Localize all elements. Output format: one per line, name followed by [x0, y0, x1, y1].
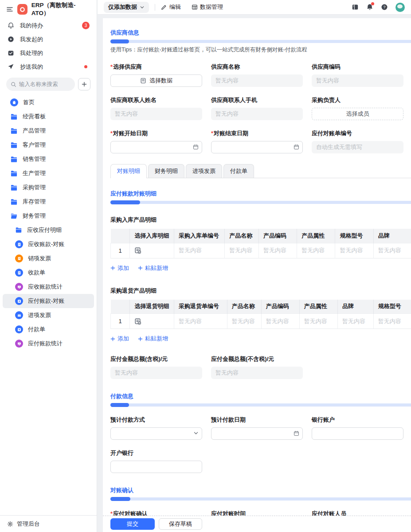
end-date-input[interactable] [211, 141, 303, 153]
field-label: 预计付款日期 [211, 416, 303, 424]
sidebar-item-inventory-mgmt[interactable]: 库存管理 [3, 195, 94, 209]
sidebar-item-receipt-order[interactable]: 收款单 [3, 266, 94, 280]
tab-reconcile-detail[interactable]: 对账明细 [110, 164, 147, 178]
sidebar-item-finance-mgmt[interactable]: 财务管理 [3, 209, 94, 223]
submit-button[interactable]: 提交 [110, 518, 155, 530]
user-avatar[interactable] [395, 3, 405, 12]
admin-console-link[interactable]: 管理后台 [0, 515, 97, 532]
sidebar-search[interactable] [6, 78, 75, 91]
folder-icon [10, 127, 18, 135]
sidebar-item-purchase-mgmt[interactable]: 采购管理 [3, 180, 94, 195]
start-date-input[interactable] [110, 141, 202, 153]
amount-tax-included-field: 暂无内容 [110, 367, 202, 379]
menu-icon[interactable] [6, 6, 13, 13]
sidebar-item-ar-reconcile[interactable]: 应收账款-对账 [3, 237, 94, 251]
table-header-row: 选择退货明细 采购退货单编号 产品名称 产品编码 产品属性 品牌 规格型号 [111, 300, 411, 314]
sidebar-item-handled-by-me[interactable]: 我处理的 [0, 46, 97, 60]
payment-method-select[interactable] [110, 427, 202, 440]
folder-icon [10, 141, 18, 149]
form-card: 供应商信息 使用Tips：应付账款-对账通过标签页，可以一站式完成所有财务侧对账… [103, 18, 411, 516]
sidebar-item-sales-mgmt[interactable]: 销售管理 [3, 152, 94, 166]
home-icon [10, 98, 18, 106]
bank-name-input[interactable] [110, 461, 202, 473]
add-row-button[interactable]: 添加 [110, 264, 129, 272]
bank-account-input[interactable] [312, 427, 403, 440]
field-label: *应付对账确认 [110, 510, 202, 516]
sidebar-item-ar-stats[interactable]: 应收账款统计 [3, 280, 94, 294]
sidebar-item-my-todo[interactable]: 我的待办 3 [0, 19, 97, 32]
sidebar-item-label: 抄送我的 [20, 63, 43, 71]
sidebar-item-cc-to-me[interactable]: 抄送我的 [0, 60, 97, 74]
select-return-record-icon[interactable] [134, 318, 169, 325]
field-label: 预计付款方式 [110, 416, 202, 424]
contact-phone-field: 暂无内容 [211, 108, 303, 120]
select-member-button[interactable]: 选择成员 [312, 108, 403, 120]
section-progress [110, 403, 411, 407]
sidebar-item-home[interactable]: 首页 [3, 95, 94, 110]
chevron-down-icon [140, 5, 145, 10]
plus-icon [110, 266, 115, 270]
field-label: 供应商联系人手机 [211, 96, 303, 104]
save-draft-button[interactable]: 保存草稿 [159, 518, 202, 530]
sidebar-item-business-board[interactable]: 经营看板 [3, 110, 94, 124]
sidebar-item-ap-reconcile[interactable]: 应付账款-对账 [3, 294, 94, 308]
collapse-sidebar-icon[interactable] [352, 4, 359, 11]
svg-text:?: ? [383, 5, 385, 9]
calendar-icon [294, 144, 299, 150]
sidebar-item-output-invoice[interactable]: 销项发票 [3, 251, 94, 266]
paste-add-button[interactable]: 粘贴新增 [138, 335, 168, 343]
payment-date-input[interactable] [211, 427, 303, 440]
plus-icon [138, 336, 143, 341]
sidebar-item-ar-ap-detail[interactable]: 应收应付明细 [3, 223, 94, 237]
sidebar-item-customer-mgmt[interactable]: 客户管理 [3, 138, 94, 152]
folder-icon [10, 113, 18, 121]
document-icon [15, 269, 23, 277]
field-label: *对账开始日期 [110, 129, 202, 137]
form-footer: 提交 保存草稿 [103, 516, 411, 532]
receipt-icon [15, 254, 23, 262]
sidebar-item-input-invoice[interactable]: 进项发票 [3, 308, 94, 322]
folder-open-icon [10, 212, 18, 220]
send-icon [7, 63, 15, 70]
sidebar-item-product-mgmt[interactable]: 产品管理 [3, 124, 94, 138]
sidebar-item-ap-stats[interactable]: 应付账款统计 [3, 336, 94, 351]
add-row-button[interactable]: 添加 [110, 335, 129, 343]
data-manage-button[interactable]: 数据管理 [192, 3, 223, 11]
tab-input-invoice[interactable]: 进项发票 [186, 164, 222, 178]
sidebar-item-payment-order[interactable]: 付款单 [3, 322, 94, 336]
table-row: 1 暂无内容 暂无内容 暂无内容 暂无内容 暂无内容 暂无内容 [111, 243, 411, 258]
field-label: 应付对账单编号 [312, 129, 403, 137]
select-supplier-button[interactable]: 选择数据 [110, 74, 202, 87]
supplier-name-field: 暂无内容 [211, 74, 303, 87]
section-tips: 使用Tips：应付账款-对账通过标签页，可以一站式完成所有财务侧对账-付款流程 [110, 46, 411, 54]
folder-icon [10, 170, 18, 177]
table-title-return: 采购退货产品明细 [110, 287, 411, 295]
add-app-button[interactable] [78, 78, 90, 90]
edit-button[interactable]: 编辑 [161, 3, 181, 11]
sidebar-item-initiated-by-me[interactable]: 我发起的 [0, 32, 97, 46]
section-title-supplier: 供应商信息 [110, 29, 411, 37]
help-icon[interactable]: ? [381, 4, 388, 11]
pencil-icon [161, 4, 167, 10]
payable-box-icon [15, 325, 23, 333]
sidebar-item-production-mgmt[interactable]: 生产管理 [3, 166, 94, 180]
tab-payment-order[interactable]: 付款单 [223, 164, 254, 178]
field-label: 应付对账时间 [211, 510, 303, 516]
search-input[interactable] [19, 81, 68, 87]
divider [155, 4, 155, 11]
field-label: 应付金额总额(含税)/元 [110, 355, 202, 363]
notification-bell-icon[interactable] [366, 4, 373, 11]
tab-finance-detail[interactable]: 财务明细 [148, 164, 184, 178]
mode-dropdown[interactable]: 仅添加数据 [104, 2, 149, 13]
monitor-chart-icon [15, 340, 23, 348]
app-logo-icon [17, 4, 27, 15]
main-area: 仅添加数据 编辑 数据管理 [98, 0, 411, 532]
table-grid-icon [192, 4, 198, 10]
paste-add-button[interactable]: 粘贴新增 [138, 264, 168, 272]
row-index: 1 [111, 314, 130, 329]
select-inbound-record-icon[interactable] [134, 247, 169, 254]
field-label: 应付对账人员 [312, 510, 403, 516]
unread-dot [84, 65, 87, 68]
section-progress [110, 201, 411, 204]
table-header-row: 选择入库明细 采购入库单编号 产品名称 产品编码 产品属性 规格型号 品牌 [111, 229, 411, 243]
